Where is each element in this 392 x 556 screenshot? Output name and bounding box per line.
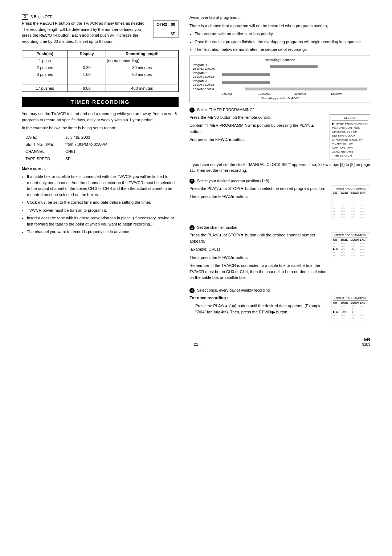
section-begin-otr: 3 3 Begin OTR OTR2 : 00 SP Press the REC… <box>22 15 179 92</box>
timer-rec-para1: You may set the TV/VCR to start and end … <box>22 111 179 123</box>
rec-seq-row-p3: Program 39:00AM-10:00AM <box>193 79 367 86</box>
menu-item-label-7: ZERO RETURN <box>332 150 353 153</box>
tp-row: ----/----:----:-- <box>333 195 368 198</box>
step1-num: 1 <box>189 107 195 113</box>
step2-content: Press the PLAY/▲ or STOP/▼ button to sel… <box>189 186 370 220</box>
footer-right: EN 9103 <box>254 337 370 346</box>
step4-title: 4 Select once, every day or weekly recor… <box>189 288 370 293</box>
step3-text: Press the PLAY/▲ or STOP/▼ button until … <box>189 232 327 283</box>
col-rec-length: Recording length <box>106 50 178 57</box>
menu-display-box: - M E N U - ▶ TIMER PROGRAMMING PICTURE … <box>330 114 370 159</box>
step2-title-text: Select your desired program position (1~… <box>197 179 269 183</box>
tp-col-date-4: DATE <box>341 301 349 304</box>
step2-timer-prog-box: - TIMER PROGRAMMING - CH DATE BEGIN END … <box>331 186 370 220</box>
avoid-overlap-para1: There is a chance that a program will no… <box>189 23 370 29</box>
tp-row: ----/----:----:-- <box>333 216 368 218</box>
step2-num: 2 <box>189 179 195 184</box>
tp-row: ----/----:----:-- <box>333 251 368 253</box>
rec-seq-title: Recording Sequence <box>193 58 367 62</box>
menu-item-channel: CHANNEL SET UP <box>332 130 368 134</box>
tp-row: ----/----:----:-- <box>333 207 368 210</box>
otr-content: OTR2 : 00 SP Press the REC/OTR button on… <box>22 20 179 46</box>
step1-section: 1 Select "TIMER PROGRAMMING" Press the M… <box>189 107 370 174</box>
bar-p4 <box>245 88 367 90</box>
menu-item-label-3: SETTING CLOCK <box>332 134 355 137</box>
pushes-17: 17 pushes <box>22 85 68 92</box>
tp-row: ----/----:----:-- <box>333 305 368 307</box>
tp-row: ----/----:----:-- <box>333 213 368 215</box>
pushes-3: 3 pushes <box>22 71 68 78</box>
otr-display-box: OTR2 : 00 SP <box>153 20 179 38</box>
step4-for-once: For once recording : <box>189 296 228 300</box>
timer-rec-para2: In the example below, the timer is being… <box>22 125 179 131</box>
tp-row-highlighted: ▶ 61--/----:----:-- <box>333 248 368 251</box>
time-1200: 12:00PM <box>331 92 367 96</box>
step4-tp-title: - TIMER PROGRAMMING - <box>333 296 368 301</box>
step4-tp-header: CH DATE BEGIN END <box>333 301 368 304</box>
tp-row: ----/----:----:-- <box>333 198 368 201</box>
rec-seq-note: *Recording period is SHADED <box>193 97 367 100</box>
make-sure-list: If a cable box or satellite box is conne… <box>22 174 179 235</box>
setting-time-line: SETTING TIME: from 7:30PM to 8:50PM <box>25 141 179 148</box>
channel-label: CHANNEL: <box>25 148 65 155</box>
channel-line: CHANNEL: CH61 <box>25 148 179 155</box>
date-label: DATE: <box>25 134 65 141</box>
table-row: 3 pushes 1:00 60 minutes <box>22 71 179 78</box>
step1-text: Press the MENU button on the remote cont… <box>189 114 326 145</box>
step1-para3: And press the F.FWD/▶ button. <box>189 137 326 143</box>
length-60: 60 minutes <box>106 71 178 78</box>
tp-row: ----/----:----:-- <box>333 201 368 204</box>
length-480: 480 minutes <box>106 85 178 92</box>
step2-para1: Press the PLAY/▲ or STOP/▼ button to sel… <box>189 186 327 192</box>
step4-num: 4 <box>189 288 195 293</box>
tp-col-begin-2: BEGIN <box>351 192 359 195</box>
step1-content: Press the MENU button on the remote cont… <box>189 114 370 159</box>
setting-time-value: from 7:30PM to 8:50PM <box>65 141 107 148</box>
menu-item-label-5: V-CHIP SET UP <box>332 142 353 145</box>
timer-recording-header: TIMER RECORDING <box>22 97 179 107</box>
step2-tp-header: CH DATE BEGIN END <box>333 192 368 195</box>
table-row: 2 pushes 0:30 30 minutes <box>22 64 179 71</box>
list-item: Insert a cassette tape with its erase pr… <box>27 215 179 227</box>
rec-seq-title-text: Recording Sequence <box>265 58 295 62</box>
step4-title-text: Select once, every day or weekly recordi… <box>197 288 270 292</box>
tape-speed-line: TAPE SPEED: SP <box>25 155 179 163</box>
menu-item-zero: ZERO RETURN <box>332 150 368 154</box>
step2-text: Press the PLAY/▲ or STOP/▼ button to sel… <box>189 186 327 202</box>
tp-row: ----/----:----:-- <box>333 204 368 207</box>
recording-table: Push(es) Display Recording length 1 push… <box>22 50 179 92</box>
rec-seq-label-p4: 9:30AM-12:00PM <box>193 87 222 91</box>
display-800: 8:00 <box>68 85 106 92</box>
length-30: 30 minutes <box>106 64 178 71</box>
rec-seq-bar-p1 <box>222 65 367 69</box>
tp-row: ----/----:----:-- <box>333 314 368 316</box>
bar-p2 <box>222 73 270 76</box>
display-100: 1:00 <box>68 71 106 78</box>
list-item: If a cable box or satellite box is conne… <box>27 174 179 198</box>
step3-timer-prog-box: - TIMER PROGRAMMING - CH DATE BEGIN END … <box>331 232 370 258</box>
time-1000: 10:00AM <box>258 92 294 96</box>
tape-speed-label: TAPE SPEED: <box>25 155 65 163</box>
pushes-dots: · · · <box>22 78 68 85</box>
col-pushes: Push(es) <box>22 50 68 57</box>
list-item: The channel you want to record is proper… <box>27 229 179 235</box>
menu-item-caption: CAPTION [OFF] <box>332 146 368 150</box>
avoid-overlap-title: Avoid over lap of programs ... <box>189 15 370 21</box>
menu-item-label-0: TIMER PROGRAMMING <box>335 122 368 125</box>
rec-seq-label-p2: Program 29:00AM-10:00AM <box>193 71 222 78</box>
normal-rec: (normal recording) <box>68 57 179 64</box>
tp-row: ----/----:----:-- <box>333 245 368 247</box>
timer-recording-title: TIMER RECORDING <box>71 99 130 105</box>
menu-item-label-4: LANGUAGE [ENGLISH] <box>332 138 363 141</box>
bar-p1 <box>270 65 318 68</box>
rec-seq-note-text: *Recording period is SHADED <box>260 97 299 100</box>
length-dots <box>106 78 178 85</box>
menu-item-label-6: CAPTION [OFF] <box>332 146 353 149</box>
menu-title: - M E N U - <box>332 116 368 121</box>
rec-seq-bar-p2 <box>222 73 367 77</box>
tp-col-begin-3: BEGIN <box>351 239 359 241</box>
tp-row: ----/----:----:-- <box>333 317 368 319</box>
tp-col-end-3: END <box>360 239 368 241</box>
make-sure-title: Make sure ... <box>22 166 179 172</box>
step3-num: 3 <box>189 225 195 230</box>
